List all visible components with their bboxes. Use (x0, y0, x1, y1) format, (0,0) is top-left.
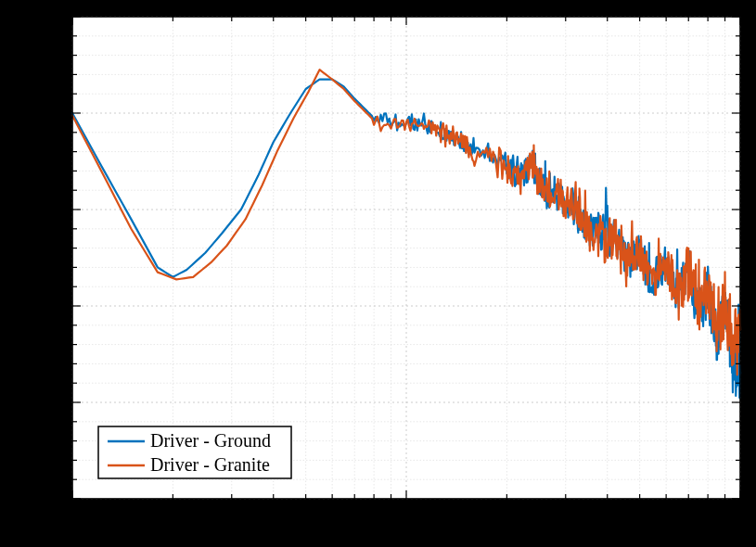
chart-container: { "chart_data": { "type": "line", "title… (0, 0, 756, 547)
legend-label-granite: Driver - Granite (150, 454, 270, 475)
line-chart: Driver - Ground Driver - Granite (0, 0, 756, 547)
legend-label-ground: Driver - Ground (150, 430, 271, 451)
legend: Driver - Ground Driver - Granite (98, 426, 291, 478)
